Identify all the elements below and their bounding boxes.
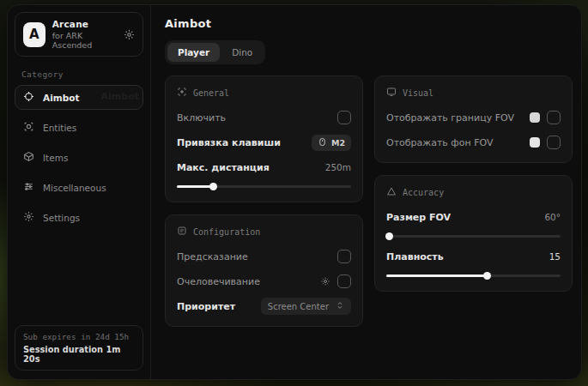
card-visual-header: Visual [386, 85, 561, 101]
sidebar-item-label: Entities [43, 123, 76, 133]
fov-background-color-swatch[interactable] [530, 137, 540, 148]
fov-size-label: Размер FOV [386, 212, 451, 223]
prediction-label: Предсказание [177, 251, 248, 262]
card-accuracy-header: Accuracy [386, 184, 561, 201]
fov-size-slider[interactable] [386, 232, 561, 240]
gear-icon [23, 211, 34, 224]
slider-fill [386, 274, 488, 277]
slider-fill [386, 235, 390, 238]
package-icon [23, 151, 34, 164]
app-window: A Arcane for ARK Ascended Category [7, 4, 582, 380]
chevrons-up-down-icon [336, 301, 344, 311]
app-title: Arcane [52, 19, 117, 29]
prediction-checkbox[interactable] [337, 250, 351, 263]
slider-fill [177, 185, 214, 188]
card-header-label: Accuracy [403, 188, 444, 197]
card-accuracy: Accuracy Размер FOV 60° Плавность [374, 175, 573, 292]
sidebar-item-items[interactable]: Items [15, 145, 143, 170]
sub-expires-text: Sub expires in 24d 15h [23, 332, 135, 341]
main-panel: Aimbot Player Dino General [151, 5, 582, 379]
mouse-icon [318, 137, 327, 148]
card-configuration: Configuration Предсказание Очеловечивани… [165, 214, 363, 327]
max-distance-label: Макс. дистанция [177, 162, 270, 173]
sliders-icon [23, 181, 34, 194]
priority-dropdown[interactable]: Screen Center [261, 298, 351, 315]
fov-size-value: 60° [544, 212, 561, 222]
max-distance-slider[interactable] [177, 183, 351, 190]
app-subtitle: for ARK Ascended [52, 31, 117, 50]
card-header-label: Configuration [193, 227, 260, 237]
card-general-header: General [177, 85, 351, 101]
card-visual: Visual Отображать границу FOV Отображать… [374, 75, 573, 163]
sidebar-item-label: Settings [43, 213, 80, 223]
brand-card: A Arcane for ARK Ascended [15, 12, 143, 57]
enable-label: Включить [177, 112, 226, 124]
app-logo: A [23, 22, 45, 47]
brand-text: Arcane for ARK Ascended [52, 19, 117, 50]
sidebar-item-label: Items [43, 153, 68, 163]
row-fov-border: Отображать границу FOV [386, 109, 561, 126]
row-max-distance: Макс. дистанция 250m [177, 159, 351, 176]
subscription-info: Sub expires in 24d 15h Session duration … [15, 325, 143, 371]
fov-background-checkbox[interactable] [547, 136, 561, 149]
slider-thumb[interactable] [483, 272, 491, 280]
sidebar-item-miscellaneous[interactable]: Miscellaneous [15, 175, 143, 200]
sidebar-item-entities[interactable]: Entities [15, 115, 143, 140]
scan-icon [23, 121, 34, 134]
card-header-label: Visual [403, 88, 433, 98]
sidebar-item-aimbot[interactable]: Aimbot Aimbot [15, 85, 143, 110]
slider-track[interactable] [386, 235, 561, 238]
priority-label: Приоритет [177, 301, 235, 312]
keybind-label: Привязка клавиши [177, 137, 281, 148]
tab-player[interactable]: Player [167, 43, 220, 62]
enable-checkbox[interactable] [337, 111, 351, 124]
slider-thumb[interactable] [209, 183, 217, 190]
tab-dino[interactable]: Dino [221, 43, 263, 62]
humanization-checkbox[interactable] [337, 274, 351, 288]
smoothness-label: Плавность [386, 251, 444, 262]
row-fov-background: Отображать фон FOV [386, 134, 561, 151]
smoothness-slider[interactable] [386, 272, 561, 280]
image-icon [386, 87, 397, 99]
fov-border-label: Отображать границу FOV [386, 112, 514, 124]
sidebar-item-label: Aimbot [43, 93, 79, 103]
fov-border-checkbox[interactable] [547, 111, 561, 124]
card-general: General Включить Привязка клавиши [165, 75, 363, 202]
humanization-label: Очеловечивание [177, 276, 260, 287]
row-prediction: Предсказание [177, 248, 351, 265]
row-priority: Приоритет Screen Center [177, 298, 351, 315]
row-smoothness: Плавность 15 [386, 248, 561, 265]
sidebar-item-label: Miscellaneous [43, 183, 106, 193]
priority-value: Screen Center [268, 302, 329, 311]
row-enable: Включить [177, 109, 351, 126]
gear-icon[interactable] [124, 29, 135, 40]
row-fov-size: Размер FOV 60° [386, 208, 561, 226]
row-keybind: Привязка клавиши M2 [177, 134, 351, 151]
sidebar-item-settings[interactable]: Settings [15, 205, 143, 230]
smoothness-value: 15 [549, 251, 561, 262]
sidebar-nav: Aimbot Aimbot Entities Items [15, 85, 143, 230]
gear-icon[interactable] [320, 276, 330, 286]
triangle-icon [386, 186, 397, 198]
keybind-value: M2 [331, 138, 345, 148]
tune-icon [177, 226, 187, 238]
ghost-watermark: Aimbot [101, 91, 139, 102]
slider-thumb[interactable] [385, 232, 393, 240]
session-duration-text: Session duration 1m 20s [23, 345, 135, 364]
crosshair-icon [23, 91, 34, 104]
keybind-button[interactable]: M2 [312, 135, 351, 151]
fov-background-label: Отображать фон FOV [386, 137, 493, 148]
category-label: Category [21, 69, 136, 79]
page-title: Aimbot [165, 17, 573, 30]
fov-border-color-swatch[interactable] [530, 112, 540, 123]
card-header-label: General [193, 88, 229, 98]
card-configuration-header: Configuration [177, 224, 351, 240]
row-humanization: Очеловечивание [177, 273, 351, 290]
max-distance-value: 250m [325, 162, 351, 172]
sidebar: A Arcane for ARK Ascended Category [8, 5, 151, 379]
focus-icon [177, 87, 187, 99]
tab-bar: Player Dino [165, 40, 265, 64]
